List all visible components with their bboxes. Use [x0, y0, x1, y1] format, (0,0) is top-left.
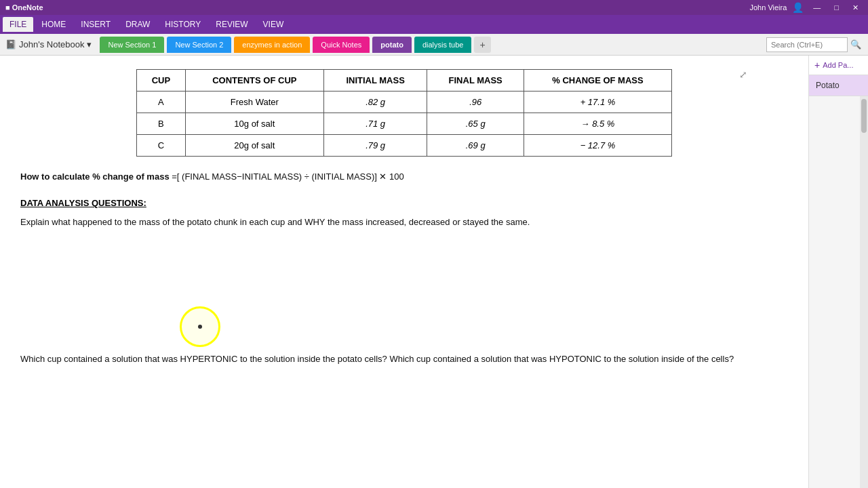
- section-tab-new2[interactable]: New Section 2: [167, 37, 231, 53]
- section-tab-enzymes[interactable]: enzymes in action: [234, 37, 310, 53]
- cell-final-b: .65 g: [427, 113, 524, 135]
- notebook-title[interactable]: 📓 John's Notebook ▾: [5, 39, 92, 49]
- formula-section: How to calculate % change of mass =[ (FI…: [20, 170, 788, 184]
- user-icon: 👤: [792, 2, 804, 13]
- col-header-initial: INITIAL MASS: [323, 70, 427, 92]
- cell-change-a: + 17.1 %: [524, 92, 671, 113]
- cell-final-c: .69 g: [427, 135, 524, 157]
- app-name: ■ OneNote: [5, 3, 43, 12]
- question-2: Which cup contained a solution that was …: [20, 352, 788, 367]
- cell-change-c: − 12.7 %: [524, 135, 671, 157]
- cell-initial-a: .82 g: [323, 92, 427, 113]
- cell-cup-b: B: [137, 113, 186, 135]
- search-icon[interactable]: 🔍: [849, 38, 863, 51]
- add-section-button[interactable]: +: [474, 37, 490, 53]
- close-button[interactable]: ✕: [848, 3, 863, 12]
- ribbon: FILE HOME INSERT DRAW HISTORY REVIEW VIE…: [0, 15, 868, 34]
- search-input[interactable]: [766, 37, 848, 52]
- table-row: B 10g of salt .71 g .65 g → 8.5 %: [137, 113, 672, 135]
- tab-insert[interactable]: INSERT: [74, 17, 117, 32]
- formula-expression: =[ (FINAL MASS−INITIAL MASS) ÷ (INITIAL …: [172, 171, 404, 182]
- section-tab-potato[interactable]: potato: [372, 37, 412, 53]
- right-sidebar: + Add Pa... Potato: [808, 56, 868, 488]
- notebook-dropdown-icon[interactable]: ▾: [87, 39, 92, 49]
- question-1: Explain what happened to the mass of the…: [20, 215, 788, 230]
- cell-contents-a: Fresh Water: [185, 92, 323, 113]
- tab-review[interactable]: REVIEW: [209, 17, 254, 32]
- search-box[interactable]: 🔍: [766, 37, 863, 52]
- expand-icon[interactable]: ⤢: [739, 69, 747, 80]
- notebook-icon: 📓: [5, 39, 16, 49]
- page-item-potato[interactable]: Potato: [809, 75, 868, 96]
- cell-cup-c: C: [137, 135, 186, 157]
- col-header-change: % CHANGE OF MASS: [524, 70, 671, 92]
- col-header-cup: CUP: [137, 70, 186, 92]
- maximize-button[interactable]: □: [830, 3, 843, 12]
- title-bar: ■ OneNote John Vieira 👤 — □ ✕: [0, 0, 868, 15]
- cell-contents-c: 20g of salt: [185, 135, 323, 157]
- section-tab-dialysis[interactable]: dialysis tube: [414, 37, 472, 53]
- tab-history[interactable]: HISTORY: [158, 17, 208, 32]
- cell-change-b: → 8.5 %: [524, 113, 671, 135]
- formula-label: How to calculate % change of mass: [20, 171, 170, 182]
- minimize-button[interactable]: —: [809, 3, 825, 12]
- page-content: ⤢ CUP CONTENTS OF CUP INITIAL MASS FINAL…: [0, 56, 808, 488]
- cell-contents-b: 10g of salt: [185, 113, 323, 135]
- add-page-icon: +: [814, 60, 820, 70]
- add-page-button[interactable]: + Add Pa...: [809, 56, 868, 75]
- table-row: A Fresh Water .82 g .96 + 17.1 %: [137, 92, 672, 113]
- table-row: C 20g of salt .79 g .69 g − 12.7 %: [137, 135, 672, 157]
- cell-initial-b: .71 g: [323, 113, 427, 135]
- col-header-contents: CONTENTS OF CUP: [185, 70, 323, 92]
- section-tab-quicknotes[interactable]: Quick Notes: [313, 37, 370, 53]
- notebook-bar: 📓 John's Notebook ▾ New Section 1 New Se…: [0, 34, 868, 56]
- data-table: CUP CONTENTS OF CUP INITIAL MASS FINAL M…: [136, 69, 672, 157]
- section-tab-new1[interactable]: New Section 1: [100, 37, 164, 53]
- data-analysis-heading: DATA ANALYSIS QUESTIONS:: [20, 198, 788, 208]
- col-header-final: FINAL MASS: [427, 70, 524, 92]
- tab-draw[interactable]: DRAW: [119, 17, 157, 32]
- cell-cup-a: A: [137, 92, 186, 113]
- main-area: ⤢ CUP CONTENTS OF CUP INITIAL MASS FINAL…: [0, 56, 868, 488]
- cell-initial-c: .79 g: [323, 135, 427, 157]
- tab-file[interactable]: FILE: [3, 17, 33, 32]
- add-page-label: Add Pa...: [823, 61, 853, 69]
- username: John Vieira: [750, 3, 787, 12]
- tab-home[interactable]: HOME: [35, 17, 73, 32]
- tab-view[interactable]: VIEW: [256, 17, 291, 32]
- cell-final-a: .96: [427, 92, 524, 113]
